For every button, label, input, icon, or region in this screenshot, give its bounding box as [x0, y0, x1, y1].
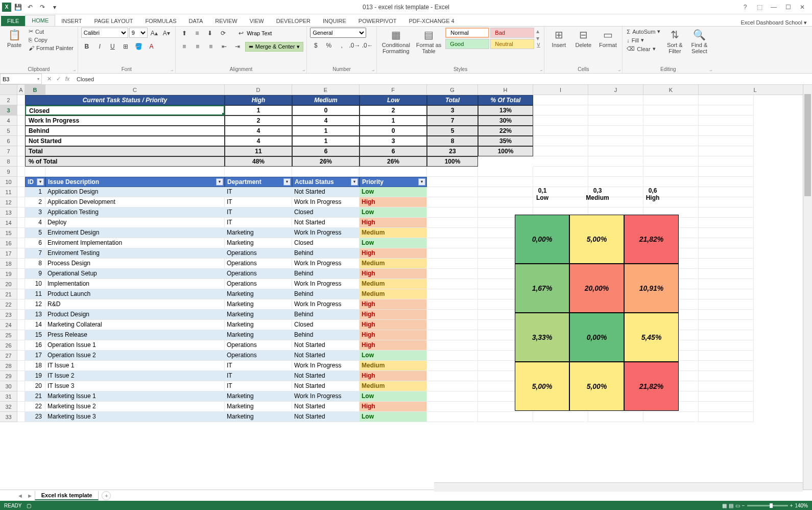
cell[interactable]: Marketing [225, 299, 292, 310]
cell[interactable] [699, 136, 754, 146]
cell[interactable]: Operations [225, 279, 292, 289]
cell[interactable] [699, 248, 754, 259]
cell[interactable] [588, 146, 643, 156]
vertical-scrollbar[interactable] [803, 85, 812, 494]
matrix-cell[interactable]: 1,67% [515, 264, 569, 313]
cell[interactable] [478, 177, 533, 187]
cell[interactable] [17, 187, 25, 197]
tab-file[interactable]: FILE [1, 16, 25, 26]
row-header[interactable]: 17 [0, 248, 17, 259]
cell[interactable] [643, 146, 699, 156]
cell[interactable] [17, 136, 25, 146]
cell[interactable] [699, 269, 754, 279]
autosum-button[interactable]: Σ AutoSum ▾ [626, 28, 661, 35]
col-header[interactable]: H [478, 85, 533, 95]
sheet-nav-prev-icon[interactable]: ◄ [15, 493, 25, 499]
decrease-decimal-icon[interactable]: .0← [362, 40, 373, 51]
fx-icon[interactable]: fx [63, 76, 71, 82]
col-header[interactable]: E [292, 85, 360, 95]
cell[interactable] [699, 156, 754, 167]
fill-color-button[interactable]: 🪣 [133, 41, 144, 52]
cell[interactable]: 2 [360, 105, 427, 115]
zoom-out-icon[interactable]: − [742, 503, 745, 508]
cell[interactable]: High [360, 330, 427, 340]
cell[interactable]: 3 [25, 207, 45, 218]
cell[interactable]: Marketing [225, 289, 292, 299]
percent-icon[interactable]: % [323, 40, 335, 51]
cell[interactable] [17, 351, 25, 361]
cell[interactable] [17, 259, 25, 269]
cell[interactable] [427, 259, 478, 269]
cell[interactable]: 1 [292, 136, 360, 146]
delete-cells-button[interactable]: ⊟Delete [572, 28, 594, 49]
cell[interactable] [699, 412, 754, 422]
cell[interactable]: Enviroment Design [45, 228, 225, 238]
cell[interactable] [699, 371, 754, 381]
cell[interactable]: 1 [292, 126, 360, 136]
cell[interactable]: Low [360, 412, 427, 422]
copy-button[interactable]: ⎘ Copy [28, 36, 75, 43]
col-header[interactable]: A [17, 85, 25, 95]
cell[interactable]: 22% [478, 126, 533, 136]
tab-review[interactable]: REVIEW [209, 16, 243, 26]
cell[interactable]: 21 [25, 391, 45, 402]
cell[interactable]: High [360, 269, 427, 279]
row-header[interactable]: 15 [0, 228, 17, 238]
cell[interactable]: 100% [478, 146, 533, 156]
matrix-cell[interactable]: 5,00% [569, 215, 624, 264]
redo-icon[interactable]: ↷ [37, 2, 48, 13]
cell[interactable] [643, 156, 699, 167]
cell[interactable]: Not Started [292, 402, 360, 412]
cell[interactable]: 9 [25, 269, 45, 279]
clear-button[interactable]: ⌫ Clear ▾ [626, 45, 661, 53]
underline-button[interactable]: U [107, 41, 118, 52]
col-header[interactable]: G [427, 85, 478, 95]
cell[interactable]: Not Started [292, 371, 360, 381]
cell[interactable] [643, 167, 699, 177]
cell[interactable] [427, 177, 478, 187]
fill-button[interactable]: ↓ Fill ▾ [626, 36, 661, 44]
page-break-view-icon[interactable]: ▭ [735, 503, 740, 508]
cell[interactable]: Operational Setup [45, 269, 225, 279]
cell[interactable]: Operations [225, 248, 292, 259]
cell[interactable]: Work In Progress [292, 228, 360, 238]
tab-page-layout[interactable]: PAGE LAYOUT [88, 16, 139, 26]
cell[interactable]: 15 [25, 330, 45, 340]
cell[interactable]: Medium [360, 259, 427, 269]
number-format-select[interactable]: General [310, 28, 366, 38]
tab-developer[interactable]: DEVELOPER [270, 16, 317, 26]
row-header[interactable]: 24 [0, 320, 17, 330]
row-header[interactable]: 32 [0, 402, 17, 412]
sheet-nav-next-icon[interactable]: ► [25, 493, 35, 499]
cell[interactable]: High [360, 248, 427, 259]
cell[interactable]: % of Total [25, 156, 225, 167]
matrix-cell[interactable]: 0,00% [515, 215, 569, 264]
qat-customize-icon[interactable]: ▾ [49, 2, 60, 13]
cell[interactable] [17, 269, 25, 279]
cell[interactable]: 6 [360, 146, 427, 156]
row-header[interactable]: 23 [0, 310, 17, 320]
currency-icon[interactable]: $ [310, 40, 321, 51]
cell[interactable]: 26% [360, 156, 427, 167]
style-normal[interactable]: Normal [445, 28, 489, 38]
cell[interactable]: IT Issue 2 [45, 371, 225, 381]
cell[interactable]: Not Started [292, 218, 360, 228]
cell[interactable] [699, 197, 754, 207]
row-header[interactable]: 12 [0, 197, 17, 207]
cell[interactable] [699, 115, 754, 126]
cell[interactable] [699, 299, 754, 310]
cell[interactable]: 8 [25, 259, 45, 269]
wrap-text-button[interactable]: ↩ [235, 28, 247, 39]
cell[interactable]: 22 [25, 402, 45, 412]
undo-icon[interactable]: ↶ [25, 2, 36, 13]
sheet-tab[interactable]: Excel risk template [35, 491, 99, 500]
style-good[interactable]: Good [445, 39, 489, 49]
row-header[interactable]: 25 [0, 330, 17, 340]
name-box[interactable]: B3 [0, 74, 42, 84]
tab-insert[interactable]: INSERT [55, 16, 88, 26]
cell[interactable] [588, 177, 643, 187]
cell[interactable] [533, 115, 588, 126]
cell[interactable]: Work In Progress [292, 299, 360, 310]
cell[interactable]: 7 [25, 248, 45, 259]
conditional-formatting-button[interactable]: ▦Conditional Formatting [380, 28, 412, 55]
